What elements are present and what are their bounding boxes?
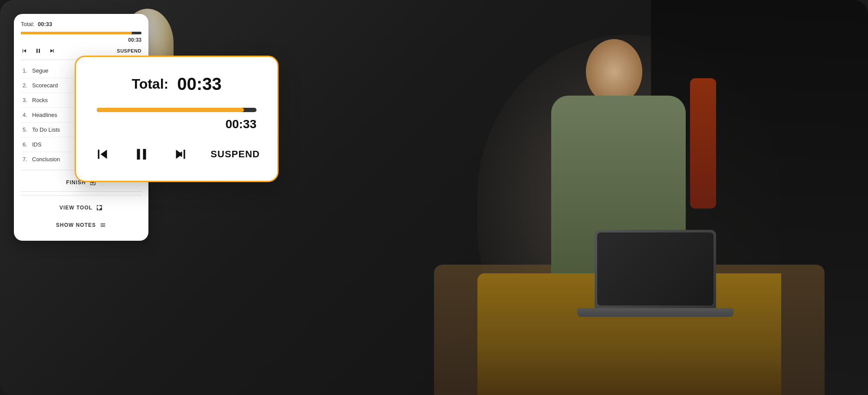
show-notes-row[interactable]: SHOW NOTES xyxy=(21,216,141,234)
small-total-row: Total: 00:33 xyxy=(21,21,141,27)
laptop-base xyxy=(577,308,733,317)
item-number: 6. xyxy=(23,141,32,148)
laptop-screen xyxy=(595,230,716,308)
large-progress-fill xyxy=(97,108,244,112)
small-pause-button[interactable] xyxy=(35,47,42,54)
view-tool-label: VIEW TOOL xyxy=(59,205,92,211)
large-pause-icon xyxy=(132,145,151,163)
large-total-label: Total: xyxy=(132,76,168,92)
panel-large: Total: 00:33 00:33 SUSPEND xyxy=(75,56,279,182)
large-progress-time: 00:33 xyxy=(97,117,256,131)
item-number: 2. xyxy=(23,82,32,89)
item-number: 4. xyxy=(23,112,32,118)
show-notes-label: SHOW NOTES xyxy=(56,222,96,228)
small-suspend-button[interactable]: SUSPEND xyxy=(117,48,141,53)
large-controls: SUSPEND xyxy=(97,145,256,163)
large-total-row: Total: 00:33 xyxy=(97,74,256,94)
small-controls: SUSPEND xyxy=(21,47,141,54)
skip-back-icon xyxy=(21,47,28,54)
item-number: 1. xyxy=(23,67,32,74)
pause-icon xyxy=(35,47,42,54)
divider-3 xyxy=(21,195,141,196)
large-skip-back-icon xyxy=(93,145,112,163)
view-tool-icon xyxy=(96,204,103,211)
item-number: 5. xyxy=(23,126,32,133)
chair xyxy=(690,78,716,209)
item-number: 7. xyxy=(23,156,32,163)
small-next-button[interactable] xyxy=(49,47,56,54)
item-number: 3. xyxy=(23,97,32,103)
small-progress-time: 00:33 xyxy=(21,37,141,43)
large-next-button[interactable] xyxy=(171,145,190,163)
large-progress-bar xyxy=(97,108,256,112)
large-suspend-button[interactable]: SUSPEND xyxy=(210,149,260,160)
large-skip-forward-icon xyxy=(171,145,190,163)
skip-forward-icon xyxy=(49,47,56,54)
person-head xyxy=(586,39,642,104)
show-notes-icon xyxy=(99,222,106,229)
large-total-time: 00:33 xyxy=(177,74,221,94)
small-total-time: 00:33 xyxy=(38,21,52,27)
small-progress-bar xyxy=(21,32,141,34)
small-prev-button[interactable] xyxy=(21,47,28,54)
large-pause-button[interactable] xyxy=(132,145,151,163)
small-progress-fill xyxy=(21,32,132,34)
view-tool-row[interactable]: VIEW TOOL xyxy=(21,199,141,216)
small-total-label: Total: xyxy=(21,21,34,27)
large-prev-button[interactable] xyxy=(93,145,112,163)
